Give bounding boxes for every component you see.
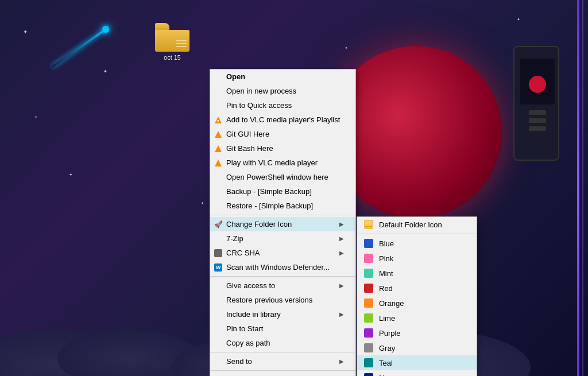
default-folder-swatch	[364, 220, 373, 229]
send-to-arrow: ▶	[339, 358, 344, 365]
vertical-line2-decoration	[582, 0, 583, 376]
vlc-icon: ▼	[214, 115, 223, 125]
give-access-arrow: ▶	[339, 282, 344, 289]
submenu-item-orange[interactable]: Orange	[357, 296, 477, 311]
red-swatch	[364, 284, 373, 293]
vlc-play-icon	[214, 158, 223, 168]
menu-item-restore-versions[interactable]: Restore previous versions	[210, 293, 355, 307]
submenu-arrow: ▶	[339, 221, 344, 227]
menu-item-crc-sha[interactable]: CRC SHA ▶	[210, 246, 355, 260]
svg-marker-2	[215, 131, 222, 138]
svg-marker-3	[215, 145, 222, 152]
menu-item-add-vlc[interactable]: ▼ Add to VLC media player's Playlist	[210, 113, 355, 127]
menu-item-restore-backup[interactable]: Restore - [Simple Backup]	[210, 199, 355, 213]
desktop-folder[interactable]: oct 15	[155, 23, 189, 61]
folder-icon-submenu: Default Folder Icon Blue Pink Mint Red	[357, 216, 477, 376]
menu-item-cut[interactable]: Cut	[210, 373, 355, 376]
mint-swatch	[364, 269, 373, 278]
7zip-arrow: ▶	[339, 235, 344, 242]
teal-swatch	[364, 358, 373, 367]
robot-decoration	[508, 34, 577, 195]
menu-item-open[interactable]: Open	[210, 69, 355, 84]
separator-3	[210, 352, 355, 352]
menu-item-send-to[interactable]: Send to ▶	[210, 354, 355, 369]
menu-item-pin-quick-access[interactable]: Pin to Quick access	[210, 98, 355, 113]
purple-swatch	[364, 328, 373, 338]
rocket-icon: 🚀	[214, 220, 223, 229]
library-arrow: ▶	[339, 311, 344, 317]
menu-item-powershell[interactable]: Open PowerShell window here	[210, 170, 355, 184]
menu-item-give-access[interactable]: Give access to ▶	[210, 278, 355, 293]
menu-item-play-vlc[interactable]: Play with VLC media player	[210, 156, 355, 170]
submenu-sep	[357, 234, 477, 234]
submenu-item-pink[interactable]: Pink	[357, 251, 477, 266]
vertical-line-decoration	[577, 0, 579, 376]
submenu-item-navy[interactable]: Navy	[357, 370, 477, 376]
menu-item-include-library[interactable]: Include in library ▶	[210, 307, 355, 321]
orange-swatch	[364, 299, 373, 308]
separator-2	[210, 276, 355, 277]
submenu-item-teal[interactable]: Teal	[357, 355, 477, 370]
crc-icon	[214, 249, 223, 258]
folder-icon-image	[155, 23, 189, 52]
submenu-item-red[interactable]: Red	[357, 281, 477, 296]
menu-item-scan-defender[interactable]: W Scan with Windows Defender...	[210, 260, 355, 274]
gray-swatch	[364, 343, 373, 352]
svg-marker-4	[215, 160, 222, 166]
svg-text:▼: ▼	[216, 119, 220, 123]
separator-4	[210, 370, 355, 371]
menu-item-open-new-process[interactable]: Open in new process	[210, 84, 355, 98]
menu-item-copy-path[interactable]: Copy as path	[210, 336, 355, 350]
menu-item-backup[interactable]: Backup - [Simple Backup]	[210, 184, 355, 199]
menu-item-7zip[interactable]: 7-Zip ▶	[210, 231, 355, 246]
submenu-item-default[interactable]: Default Folder Icon	[357, 217, 477, 232]
menu-item-change-folder-icon[interactable]: 🚀 Change Folder Icon ▶ Default Folder Ic…	[210, 217, 355, 231]
navy-swatch	[364, 373, 373, 376]
separator-1	[210, 215, 355, 215]
star-decoration: ✦	[34, 115, 37, 119]
submenu-item-gray[interactable]: Gray	[357, 340, 477, 355]
submenu-item-lime[interactable]: Lime	[357, 311, 477, 325]
submenu-item-mint[interactable]: Mint	[357, 266, 477, 281]
folder-label: oct 15	[155, 54, 189, 61]
menu-item-git-gui[interactable]: Git GUI Here	[210, 127, 355, 141]
star-decoration: ✦	[201, 201, 204, 205]
star-decoration: ✦	[517, 17, 520, 22]
pink-swatch	[364, 254, 373, 263]
context-menu: Open Open in new process Pin to Quick ac…	[210, 69, 356, 376]
star-decoration: ✦	[345, 46, 348, 51]
menu-item-git-bash[interactable]: Git Bash Here	[210, 141, 355, 156]
git-bash-icon	[214, 144, 223, 153]
lime-swatch	[364, 313, 373, 323]
star-decoration: ✦	[103, 69, 107, 74]
submenu-item-purple[interactable]: Purple	[357, 325, 477, 340]
blue-swatch	[364, 239, 373, 248]
star-decoration: ✦	[23, 29, 28, 35]
menu-item-pin-start[interactable]: Pin to Start	[210, 321, 355, 336]
git-icon	[214, 130, 223, 139]
crc-arrow: ▶	[339, 250, 344, 256]
star-decoration: ✦	[69, 172, 73, 177]
submenu-item-blue[interactable]: Blue	[357, 236, 477, 251]
defender-icon: W	[214, 263, 223, 272]
